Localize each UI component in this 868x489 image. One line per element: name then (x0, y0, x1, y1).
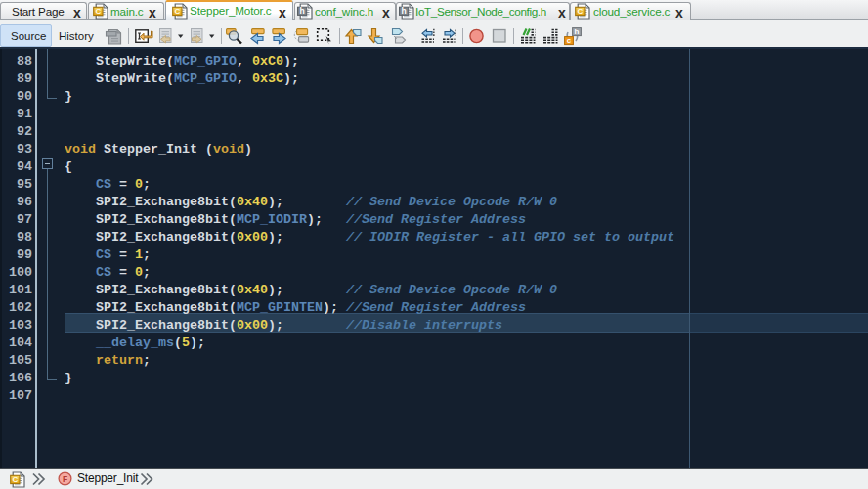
svg-text:F: F (63, 474, 67, 484)
svg-text:c: c (567, 36, 572, 45)
svg-text:h: h (575, 27, 580, 36)
